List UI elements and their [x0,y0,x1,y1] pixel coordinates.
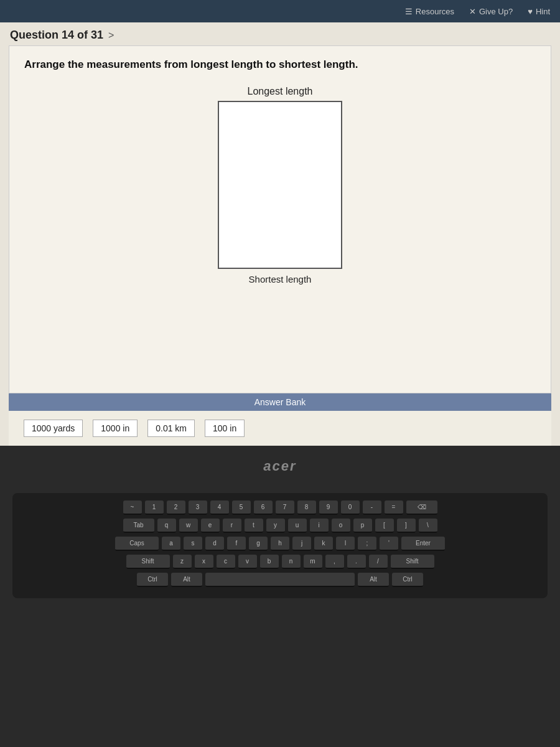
key-enter[interactable]: Enter [401,537,445,551]
key-space[interactable] [205,573,355,587]
answer-chip-1000yards[interactable]: 1000 yards [24,420,83,437]
key-a[interactable]: a [162,537,180,551]
key-shift-right[interactable]: Shift [391,555,434,569]
key-9[interactable]: 9 [319,500,338,515]
key-x[interactable]: x [195,555,213,569]
keyboard: ~ 1 2 3 4 5 6 7 8 9 0 - = ⌫ Tab q w e r … [12,493,548,598]
key-minus[interactable]: - [363,500,381,515]
keyboard-row-5: Ctrl Alt Alt Ctrl [22,573,538,587]
key-r[interactable]: r [223,519,241,533]
answer-chip-100in[interactable]: 100 in [205,420,245,437]
chevron-right-icon[interactable]: > [108,30,114,41]
key-q[interactable]: q [157,519,176,533]
question-text: Arrange the measurements from longest le… [24,59,536,71]
resources-label: Resources [416,7,454,16]
screen-area: Question 14 of 31 > Arrange the measurem… [0,22,560,446]
key-n[interactable]: n [282,555,301,569]
key-0[interactable]: 0 [341,500,360,515]
key-g[interactable]: g [249,537,268,551]
key-4[interactable]: 4 [210,500,229,515]
key-k[interactable]: k [314,537,333,551]
keyboard-row-2: Tab q w e r t y u i o p [ ] \ [22,519,538,533]
giveup-icon: ✕ [469,7,476,16]
key-d[interactable]: d [205,537,224,551]
key-b[interactable]: b [260,555,279,569]
key-slash[interactable]: / [369,555,388,569]
key-c[interactable]: c [217,555,235,569]
keyboard-row-4: Shift z x c v b n m , . / Shift [22,555,538,569]
key-rbracket[interactable]: ] [397,519,416,533]
key-h[interactable]: h [271,537,289,551]
key-2[interactable]: 2 [167,500,185,515]
resources-icon: ☰ [405,7,413,16]
key-f[interactable]: f [227,537,246,551]
key-ctrl-left[interactable]: Ctrl [137,573,168,587]
key-lbracket[interactable]: [ [375,519,394,533]
giveup-button[interactable]: ✕ Give Up? [469,7,513,16]
key-tilde[interactable]: ~ [123,500,142,515]
key-ctrl-right[interactable]: Ctrl [392,573,423,587]
question-content: Arrange the measurements from longest le… [9,45,551,393]
key-8[interactable]: 8 [297,500,316,515]
key-equals[interactable]: = [385,500,403,515]
key-tab[interactable]: Tab [123,519,154,533]
key-v[interactable]: v [238,555,257,569]
key-backslash[interactable]: \ [419,519,437,533]
key-j[interactable]: j [292,537,311,551]
dropzone-bottom-label: Shortest length [249,274,312,284]
answer-chip-1000in[interactable]: 1000 in [93,420,138,437]
key-i[interactable]: i [310,519,329,533]
key-alt-left[interactable]: Alt [171,573,202,587]
answer-chip-001km[interactable]: 0.01 km [147,420,195,437]
laptop-body: acer ~ 1 2 3 4 5 6 7 8 9 0 - = ⌫ Tab q w… [0,446,560,747]
key-shift-left[interactable]: Shift [126,555,170,569]
top-navigation-bar: ☰ Resources ✕ Give Up? ♥ Hint [0,0,560,22]
hint-icon: ♥ [528,7,533,16]
key-5[interactable]: 5 [232,500,251,515]
key-period[interactable]: . [347,555,366,569]
giveup-label: Give Up? [479,7,513,16]
key-3[interactable]: 3 [189,500,207,515]
key-1[interactable]: 1 [145,500,164,515]
hint-label: Hint [536,7,550,16]
key-quote[interactable]: ' [380,537,398,551]
key-6[interactable]: 6 [254,500,273,515]
answer-bank-items: 1000 yards 1000 in 0.01 km 100 in [9,411,551,446]
dropzone-wrapper: Longest length Shortest length [24,86,536,284]
key-p[interactable]: p [353,519,372,533]
resources-button[interactable]: ☰ Resources [405,7,454,16]
key-caps[interactable]: Caps [115,537,159,551]
question-header: Question 14 of 31 > [0,22,560,45]
key-comma[interactable]: , [325,555,344,569]
key-z[interactable]: z [173,555,192,569]
key-w[interactable]: w [179,519,198,533]
key-7[interactable]: 7 [276,500,294,515]
laptop-brand: acer [263,458,296,474]
keyboard-row-3: Caps a s d f g h j k l ; ' Enter [22,537,538,551]
dropzone-top-label: Longest length [248,86,313,97]
key-o[interactable]: o [332,519,350,533]
key-alt-right[interactable]: Alt [358,573,389,587]
answer-bank-label: Answer Bank [24,397,536,407]
key-backspace[interactable]: ⌫ [406,500,437,515]
key-semicolon[interactable]: ; [358,537,376,551]
question-number: Question 14 of 31 [10,29,103,42]
keyboard-row-1: ~ 1 2 3 4 5 6 7 8 9 0 - = ⌫ [22,500,538,515]
key-t[interactable]: t [245,519,263,533]
answer-bank-bar: Answer Bank [9,393,551,411]
key-u[interactable]: u [288,519,307,533]
hint-button[interactable]: ♥ Hint [528,7,550,16]
dropzone-box[interactable] [218,101,342,269]
key-m[interactable]: m [304,555,322,569]
key-y[interactable]: y [266,519,285,533]
key-l[interactable]: l [336,537,355,551]
key-e[interactable]: e [201,519,220,533]
key-s[interactable]: s [184,537,202,551]
